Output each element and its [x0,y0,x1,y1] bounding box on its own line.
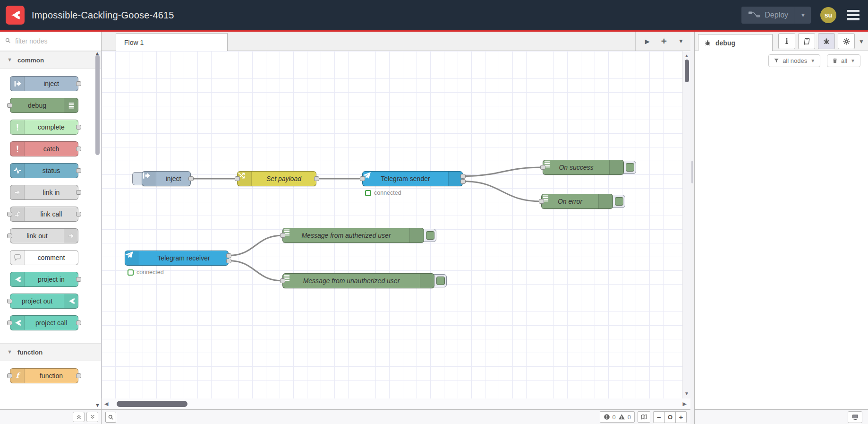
splitter-handle[interactable] [691,161,693,183]
node-input-port[interactable] [280,233,285,238]
scroll-down-icon[interactable]: ▼ [684,391,689,396]
flow-node-on-success[interactable]: On success [543,160,624,175]
palette-node-link-out[interactable]: link out [10,228,78,243]
node-output-port[interactable] [76,212,81,216]
palette-scroll[interactable]: ▼commoninjectdebugcompletecatchstatuslin… [0,51,101,409]
sidebar-splitter[interactable] [690,32,694,424]
canvas-vertical-scrollbar[interactable]: ▲ ▼ [682,51,690,398]
debug-tab-button[interactable] [818,33,835,49]
tab-flow-1[interactable]: Flow 1 [116,33,228,51]
sidebar-tabs-caret[interactable]: ▼ [859,38,864,45]
palette-node-function[interactable]: ffunction [10,368,78,383]
node-output-port[interactable] [76,125,81,130]
config-nodes-tab-button[interactable] [838,33,855,49]
search-flows-button[interactable] [105,412,116,423]
node-output-port[interactable] [226,253,231,258]
palette-node-debug[interactable]: debug [10,98,78,113]
scroll-left-icon[interactable]: ◀ [104,401,108,407]
palette-scrollbar-thumb[interactable] [95,55,100,155]
node-input-port[interactable] [7,373,12,378]
flow-list-caret[interactable]: ▼ [678,38,684,44]
flow-node-telegram-receiver[interactable]: Telegram receiver [125,251,229,266]
node-output-port[interactable] [76,168,81,173]
node-output-port[interactable] [76,277,81,282]
node-input-port[interactable] [7,234,12,238]
navigator-map-button[interactable] [638,411,650,423]
scroll-up-icon[interactable]: ▲ [684,53,689,58]
debug-clear-button[interactable]: all ▼ [827,54,860,67]
flow-node-message-from-unautherized-user[interactable]: Message from unautherized user [282,273,434,288]
sidebar-header: debug ▼ [695,32,868,51]
scroll-tabs-icon[interactable]: ▶ [645,38,650,45]
node-input-port[interactable] [7,103,12,108]
palette-node-catch[interactable]: catch [10,141,78,156]
node-output-port[interactable] [76,190,81,195]
add-flow-button[interactable]: + [661,36,667,46]
palette-node-comment[interactable]: comment [10,250,78,265]
palette-category-common[interactable]: ▼common [0,51,101,69]
node-output-port[interactable] [460,179,466,184]
node-input-port[interactable] [360,176,365,181]
error-warning-counts[interactable]: 0 0 [600,411,635,423]
palette-node-inject[interactable]: inject [10,76,78,91]
node-output-port[interactable] [314,176,319,181]
wire[interactable] [463,182,541,202]
node-input-port[interactable] [540,165,545,170]
vertical-scrollbar-thumb[interactable] [685,60,689,82]
flow-node-set-payload[interactable]: Set payload [237,171,316,186]
node-input-port[interactable] [539,199,544,204]
palette-node-project-call[interactable]: project call [10,315,78,330]
node-input-port[interactable] [7,320,12,325]
palette-node-status[interactable]: status [10,163,78,178]
deploy-options-caret[interactable]: ▼ [795,7,811,24]
node-input-port[interactable] [280,278,285,283]
flow-canvas[interactable]: injectSet payloadTelegram senderconnecte… [102,51,690,398]
help-tab-button[interactable] [798,33,815,49]
node-red-logo-icon[interactable] [6,6,25,25]
node-output-port[interactable] [76,81,81,86]
node-input-port[interactable] [7,299,12,303]
zoom-in-button[interactable]: + [675,412,686,423]
palette-node-project-out[interactable]: project out [10,294,78,309]
wire[interactable] [229,261,282,281]
flow-node-on-error[interactable]: On error [541,194,613,209]
palette-node-complete[interactable]: complete [10,120,78,135]
error-icon [604,414,610,420]
flow-node-message-from-autherized-user[interactable]: Message from autherized user [282,228,424,243]
palette-category-function[interactable]: ▼function [0,343,101,361]
canvas-horizontal-scrollbar[interactable]: ◀ ▶ [102,398,690,409]
deploy-button[interactable]: Deploy ▼ [741,7,811,24]
open-debug-window-button[interactable] [848,411,862,423]
palette-node-link-in[interactable]: link in [10,185,78,200]
horizontal-scrollbar-thumb[interactable] [117,401,187,407]
zoom-reset-button[interactable]: O [664,412,675,423]
expand-all-categories-button[interactable] [86,412,98,422]
scroll-right-icon[interactable]: ▶ [683,401,687,407]
node-output-port[interactable] [460,174,466,179]
node-output-port[interactable] [76,373,81,378]
wire[interactable] [229,235,282,256]
tab-debug[interactable]: debug [698,34,773,51]
palette-search[interactable] [0,32,101,51]
link-arrow-icon [13,188,22,197]
palette-scroll-down-icon[interactable]: ▼ [95,403,100,408]
node-output-port[interactable] [188,176,194,181]
palette-search-input[interactable] [14,37,96,45]
node-input-port[interactable] [7,212,12,216]
debug-filter-button[interactable]: all nodes ▼ [768,54,820,67]
wire[interactable] [463,167,543,176]
user-avatar[interactable]: su [820,7,836,23]
palette-node-project-in[interactable]: project in [10,272,78,287]
node-output-port[interactable] [226,259,231,263]
node-output-port[interactable] [76,320,81,325]
collapse-all-categories-button[interactable] [73,412,85,422]
flow-node-telegram-sender[interactable]: Telegram sender [362,171,463,186]
node-red-icon [67,297,76,305]
node-input-port[interactable] [235,176,240,181]
flow-node-inject[interactable]: inject [142,171,191,186]
zoom-out-button[interactable]: − [654,412,664,423]
node-output-port[interactable] [76,147,81,151]
info-tab-button[interactable] [778,33,795,49]
palette-node-link-call[interactable]: link call [10,207,78,222]
main-menu-button[interactable] [847,10,859,20]
